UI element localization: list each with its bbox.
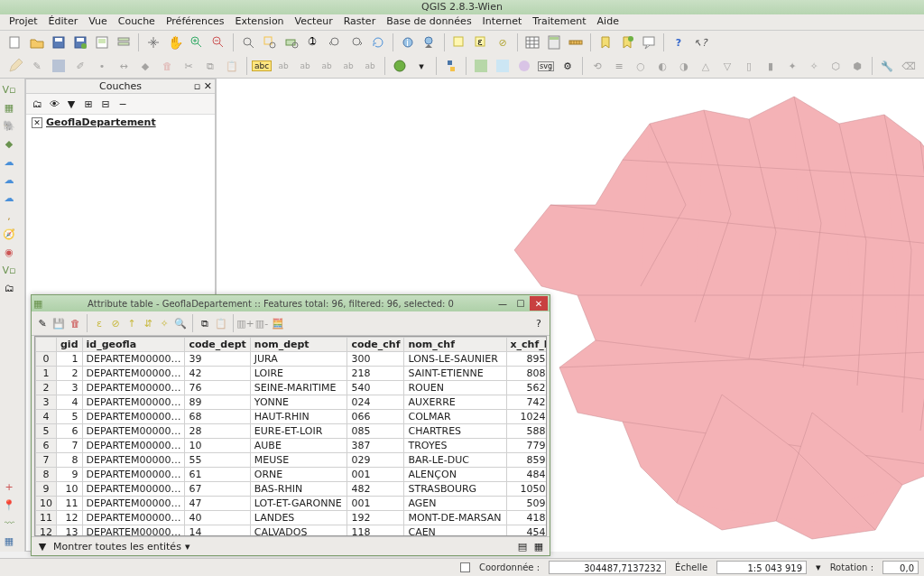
move-feature-icon[interactable]: ↔ bbox=[114, 56, 134, 76]
adv8-icon[interactable]: ▯ bbox=[739, 56, 759, 76]
label-abc-icon[interactable]: abc bbox=[252, 56, 272, 76]
open-attr-table-icon[interactable] bbox=[522, 33, 542, 52]
pin-icon[interactable]: 📍 bbox=[2, 497, 16, 512]
scale-dd-icon[interactable]: ▾ bbox=[816, 562, 821, 573]
att-moveup-icon[interactable]: ↑ bbox=[125, 316, 139, 330]
adv13-icon[interactable]: ⬢ bbox=[847, 56, 867, 76]
zoom-next-icon[interactable] bbox=[346, 33, 366, 52]
menu-traitement[interactable]: Traitement bbox=[527, 14, 591, 30]
layer-add-group-icon[interactable]: 🗂 bbox=[30, 97, 44, 111]
attwin-maximize[interactable]: ☐ bbox=[512, 296, 530, 311]
node-tool-icon[interactable]: ◆ bbox=[135, 56, 155, 76]
last-icon[interactable]: ⌫ bbox=[899, 56, 919, 76]
adv11-icon[interactable]: ✧ bbox=[804, 56, 824, 76]
att-help-icon[interactable]: ? bbox=[531, 316, 546, 330]
col-header[interactable]: nom_dept bbox=[250, 338, 347, 352]
editsgroup-icon[interactable]: ✐ bbox=[70, 56, 90, 76]
print-composer-icon[interactable] bbox=[92, 33, 112, 52]
att-unselect-icon[interactable]: ⊘ bbox=[108, 316, 123, 330]
layer-expand-icon[interactable]: ⊞ bbox=[81, 97, 96, 111]
open-project-icon[interactable] bbox=[27, 33, 47, 52]
table-row[interactable]: 11 12 DEPARTEM00000…40LANDES192MONT-DE-M… bbox=[36, 511, 548, 525]
menu-preferences[interactable]: Préférences bbox=[161, 14, 230, 30]
col-header[interactable]: code_chf bbox=[347, 338, 404, 352]
menu-raster[interactable]: Raster bbox=[338, 14, 381, 30]
deselect-icon[interactable]: ⊘ bbox=[493, 33, 513, 52]
plugin4-icon[interactable]: ⚙ bbox=[558, 56, 578, 76]
add-feature-icon[interactable]: • bbox=[92, 56, 112, 76]
adv3-icon[interactable]: ○ bbox=[631, 56, 651, 76]
new-shp-icon[interactable]: V▫ bbox=[2, 263, 16, 277]
menu-aide[interactable]: Aide bbox=[592, 14, 624, 30]
table-row[interactable]: 2 3 DEPARTEM00000…76SEINE-MARITIME540ROU… bbox=[36, 381, 548, 395]
label-tool4-icon[interactable]: ab bbox=[338, 56, 358, 76]
att-filter-dd-icon[interactable]: ▾ bbox=[185, 541, 190, 553]
rotation-value[interactable]: 0,0 bbox=[882, 561, 919, 574]
add-wcs-icon[interactable]: ☁ bbox=[2, 172, 16, 187]
label-tool3-icon[interactable]: ab bbox=[317, 56, 337, 76]
menu-editer[interactable]: Éditer bbox=[43, 14, 84, 30]
att-filter-icon[interactable]: ▼ bbox=[35, 539, 50, 553]
pan-icon[interactable] bbox=[143, 33, 163, 52]
att-select-expr-icon[interactable]: ε bbox=[92, 316, 106, 330]
attribute-grid[interactable]: gidid_geoflacode_deptnom_deptcode_chfnom… bbox=[34, 336, 547, 536]
python-icon[interactable] bbox=[441, 56, 461, 76]
field-calc-icon[interactable] bbox=[544, 33, 564, 52]
adv10-icon[interactable]: ✦ bbox=[782, 56, 802, 76]
label-tool1-icon[interactable]: ab bbox=[273, 56, 293, 76]
adv1-icon[interactable]: ⟲ bbox=[587, 56, 607, 76]
menu-projet[interactable]: Projet bbox=[4, 14, 43, 30]
att-paste-icon[interactable]: 📋 bbox=[214, 316, 228, 330]
bookmark-icon[interactable] bbox=[596, 33, 615, 52]
table-row[interactable]: 12 13 DEPARTEM00000…14CALVADOS118CAEN 45… bbox=[36, 525, 548, 537]
att-delete-icon[interactable]: 🗑 bbox=[68, 316, 82, 330]
menu-vue[interactable]: Vue bbox=[83, 14, 113, 30]
globe-plugin-icon[interactable] bbox=[390, 56, 410, 76]
att-form-view-icon[interactable]: ▤ bbox=[515, 539, 530, 553]
save-edits-icon[interactable] bbox=[49, 56, 69, 76]
attwin-titlebar[interactable]: ▦ Attribute table - GeoflaDepartement ::… bbox=[32, 295, 550, 311]
add-wfs-icon[interactable]: ☁ bbox=[2, 190, 16, 205]
add-spatialite-icon[interactable]: ◆ bbox=[2, 136, 16, 151]
save-icon[interactable] bbox=[49, 33, 69, 52]
select-rect-icon[interactable] bbox=[449, 33, 469, 52]
save-as-icon[interactable] bbox=[70, 33, 90, 52]
layers-undock-icon[interactable]: ▫ ✕ bbox=[194, 80, 212, 92]
att-table-view-icon[interactable]: ▦ bbox=[531, 539, 546, 553]
add-csv-icon[interactable]: , bbox=[2, 209, 16, 223]
att-calc-icon[interactable]: 🧮 bbox=[271, 316, 285, 330]
table-row[interactable]: 1 2 DEPARTEM00000…42LOIRE218SAINT-ETIENN… bbox=[36, 367, 548, 381]
zoom-last-icon[interactable] bbox=[325, 33, 345, 52]
coord-value[interactable]: 304487,7137232 bbox=[549, 561, 666, 574]
plugin2-icon[interactable] bbox=[493, 56, 513, 76]
measure-icon[interactable] bbox=[566, 33, 586, 52]
zoom-native-icon[interactable]: 1 bbox=[303, 33, 323, 52]
layer-filter-icon[interactable]: ▼ bbox=[64, 97, 79, 111]
paste-icon[interactable]: 📋 bbox=[222, 56, 242, 76]
att-copy-icon[interactable]: ⧉ bbox=[198, 316, 212, 330]
col-header[interactable]: id_geofla bbox=[82, 338, 185, 352]
menu-internet[interactable]: Internet bbox=[477, 14, 528, 30]
layer-remove-icon[interactable]: − bbox=[116, 97, 130, 111]
delete-icon[interactable]: 🗑 bbox=[157, 56, 177, 76]
adv12-icon[interactable]: ⬡ bbox=[826, 56, 845, 76]
att-filter-label[interactable]: Montrer toutes les entités bbox=[53, 541, 181, 553]
zoom-layer-icon[interactable] bbox=[282, 33, 301, 52]
add-oracle-icon[interactable]: ◉ bbox=[2, 245, 16, 259]
cut-icon[interactable]: ✂ bbox=[179, 56, 199, 76]
add-postgis-icon[interactable]: 🐘 bbox=[2, 118, 16, 133]
help-icon[interactable]: ? bbox=[669, 33, 688, 52]
adv7-icon[interactable]: ▽ bbox=[717, 56, 737, 76]
arrow-down-icon[interactable]: ▾ bbox=[411, 56, 431, 76]
zoom-selection-icon[interactable] bbox=[260, 33, 280, 52]
annotation-icon[interactable] bbox=[639, 33, 659, 52]
plugin3-icon[interactable] bbox=[514, 56, 534, 76]
adv2-icon[interactable]: ≡ bbox=[609, 56, 629, 76]
att-zoom-icon[interactable]: 🔍 bbox=[173, 316, 188, 330]
label-tool5-icon[interactable]: ab bbox=[360, 56, 380, 76]
new-project-icon[interactable] bbox=[5, 33, 25, 52]
att-pan-icon[interactable]: ✧ bbox=[157, 316, 171, 330]
table-row[interactable]: 7 8 DEPARTEM00000…55MEUSE029BAR-LE-DUC 8… bbox=[36, 453, 548, 468]
zoom-in-icon[interactable] bbox=[187, 33, 207, 52]
attribute-table-window[interactable]: ▦ Attribute table - GeoflaDepartement ::… bbox=[31, 294, 550, 556]
